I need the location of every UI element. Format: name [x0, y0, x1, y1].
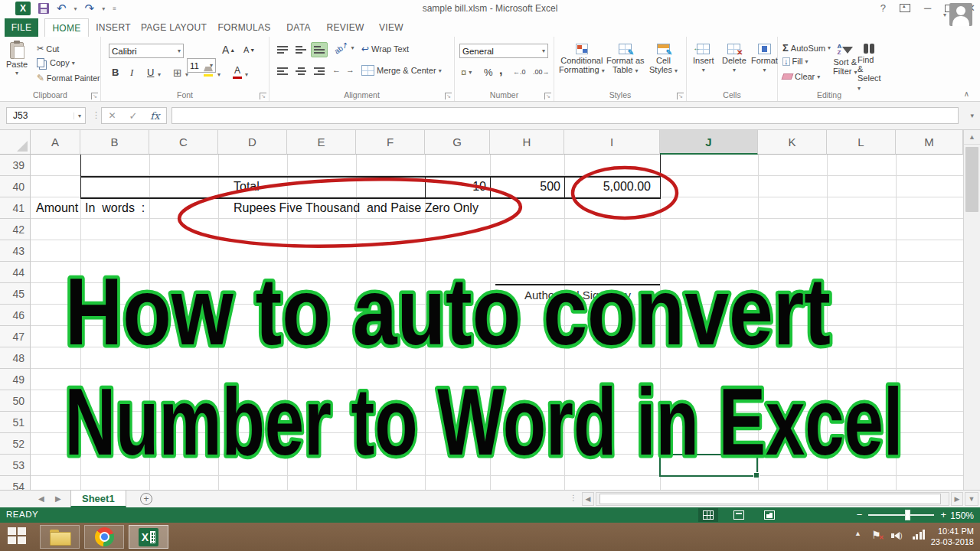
vertical-scrollbar[interactable]: ▲: [963, 130, 980, 490]
insert-function-icon[interactable]: fx: [150, 110, 159, 122]
font-name-combobox[interactable]: Calibri▾: [109, 44, 184, 58]
taskbar-file-explorer[interactable]: [40, 525, 80, 549]
column-header-a[interactable]: A: [31, 130, 80, 155]
percent-style-button[interactable]: %: [484, 67, 493, 78]
column-header-c[interactable]: C: [149, 130, 218, 155]
scroll-down-icon[interactable]: ▼: [965, 492, 978, 506]
row-header-42[interactable]: 42: [0, 219, 30, 240]
bottom-align-button[interactable]: [311, 42, 328, 57]
tab-formulas[interactable]: FORMULAS: [213, 18, 276, 37]
horizontal-scrollbar[interactable]: [596, 492, 949, 506]
new-sheet-icon[interactable]: +: [140, 493, 152, 505]
underline-dropdown-icon[interactable]: ▾: [158, 71, 161, 78]
cell-g40-qty[interactable]: 10: [425, 176, 486, 197]
clear-button[interactable]: Clear▾: [782, 72, 820, 81]
column-header-b[interactable]: B: [80, 130, 149, 155]
format-painter-button[interactable]: ✎ Format Painter: [37, 73, 100, 83]
horizontal-scroll-thumb[interactable]: [599, 494, 941, 504]
select-all-corner[interactable]: [0, 130, 31, 155]
tray-expand-icon[interactable]: ▲: [854, 530, 861, 541]
cell-i40-amount[interactable]: 5,000.00: [564, 176, 651, 197]
number-dialog-launcher-icon[interactable]: ↘: [544, 93, 551, 99]
page-break-view-button[interactable]: [760, 508, 779, 522]
column-header-g[interactable]: G: [425, 130, 490, 155]
merge-center-button[interactable]: Merge & Center ▾: [361, 65, 442, 76]
zoom-in-icon[interactable]: +: [940, 510, 946, 520]
account-dropdown-icon[interactable]: ▾: [943, 11, 946, 18]
taskbar-chrome[interactable]: [84, 525, 124, 549]
number-format-combobox[interactable]: General▾: [459, 44, 548, 58]
cell-h40-rate[interactable]: 500: [490, 176, 560, 197]
row-header-47[interactable]: 47: [0, 326, 30, 347]
format-cells-button[interactable]: Format▾: [751, 44, 778, 73]
tab-file[interactable]: FILE: [5, 18, 38, 37]
copy-button[interactable]: Copy ▾: [37, 58, 75, 67]
font-color-button[interactable]: A: [233, 65, 242, 79]
sheet-tab-sheet1[interactable]: Sheet1: [70, 491, 126, 507]
start-button[interactable]: [8, 527, 28, 546]
row-header-45[interactable]: 45: [0, 283, 30, 305]
cell-d41-words-value[interactable]: Rupees Five Thousand and Paise Zero Only: [234, 197, 479, 219]
name-box[interactable]: J53 ▾: [6, 107, 86, 124]
row-header-39[interactable]: 39: [0, 155, 30, 176]
cells-area[interactable]: [31, 155, 963, 490]
network-signal-icon[interactable]: [913, 530, 926, 541]
column-header-i[interactable]: I: [564, 130, 660, 155]
taskbar-clock[interactable]: 10:41 PM 23-03-2018: [931, 526, 974, 547]
column-header-f[interactable]: F: [356, 130, 425, 155]
comma-style-button[interactable]: ,: [499, 64, 502, 77]
column-header-l[interactable]: L: [827, 130, 896, 155]
scroll-left-icon[interactable]: ◀: [582, 492, 594, 506]
expand-formula-bar-icon[interactable]: ▾: [970, 112, 974, 119]
zoom-out-icon[interactable]: −: [857, 510, 863, 520]
row-header-46[interactable]: 46: [0, 305, 30, 326]
row-header-54[interactable]: 54: [0, 476, 30, 490]
help-button[interactable]: ?: [880, 2, 886, 14]
scroll-right-icon[interactable]: ▶: [951, 492, 963, 506]
delete-cells-button[interactable]: ✕ Delete▾: [722, 44, 746, 73]
row-header-52[interactable]: 52: [0, 433, 30, 455]
borders-button[interactable]: ⊞: [173, 67, 182, 79]
middle-align-button[interactable]: [292, 42, 309, 57]
column-header-h[interactable]: H: [490, 130, 564, 155]
ribbon-display-options-button[interactable]: [900, 4, 910, 12]
column-header-m[interactable]: M: [896, 130, 963, 155]
grow-font-button[interactable]: A▲: [222, 44, 235, 56]
enter-formula-icon[interactable]: ✓: [129, 110, 137, 122]
find-select-button[interactable]: Find &Select ▾: [858, 44, 881, 93]
tab-insert[interactable]: INSERT: [92, 18, 135, 37]
row-header-50[interactable]: 50: [0, 390, 30, 412]
font-dialog-launcher-icon[interactable]: ↘: [260, 93, 266, 99]
tab-page-layout[interactable]: PAGE LAYOUT: [138, 18, 210, 37]
number-format-dropdown-icon[interactable]: ▾: [542, 47, 545, 54]
zoom-level[interactable]: 150%: [950, 510, 974, 521]
conditional-formatting-button[interactable]: ConditionalFormatting ▾: [559, 44, 605, 76]
row-header-53[interactable]: 53: [0, 455, 30, 476]
user-avatar[interactable]: [949, 3, 972, 26]
formula-input[interactable]: [172, 107, 959, 124]
row-header-40[interactable]: 40: [0, 176, 30, 197]
clipboard-dialog-launcher-icon[interactable]: ↘: [91, 93, 98, 99]
selected-cell-j53[interactable]: [659, 454, 758, 477]
italic-button[interactable]: I: [130, 67, 133, 79]
normal-view-button[interactable]: [698, 508, 718, 522]
minimize-button[interactable]: ─: [924, 2, 931, 14]
bold-button[interactable]: B: [112, 67, 119, 78]
taskbar-excel[interactable]: X: [129, 525, 168, 549]
cut-button[interactable]: ✂ Cut: [37, 44, 59, 54]
sheet-nav-next-icon[interactable]: ▶: [55, 494, 61, 503]
tab-data[interactable]: DATA: [279, 18, 318, 37]
cell-d40-total[interactable]: Total: [234, 176, 295, 197]
row-header-43[interactable]: 43: [0, 240, 30, 262]
zoom-slider[interactable]: [868, 514, 934, 516]
wrap-text-button[interactable]: ↩ Wrap Text: [361, 44, 409, 54]
tab-view[interactable]: VIEW: [372, 18, 410, 37]
volume-icon[interactable]: ): [891, 532, 903, 541]
row-header-51[interactable]: 51: [0, 412, 30, 433]
fill-color-dropdown-icon[interactable]: ▾: [217, 71, 220, 78]
action-center-flag-icon[interactable]: ⚑: [871, 529, 881, 541]
autosum-button[interactable]: Σ AutoSum▾: [782, 42, 831, 54]
row-header-49[interactable]: 49: [0, 369, 30, 390]
orientation-button[interactable]: ab↗ ▾: [334, 44, 354, 52]
row-header-48[interactable]: 48: [0, 347, 30, 369]
